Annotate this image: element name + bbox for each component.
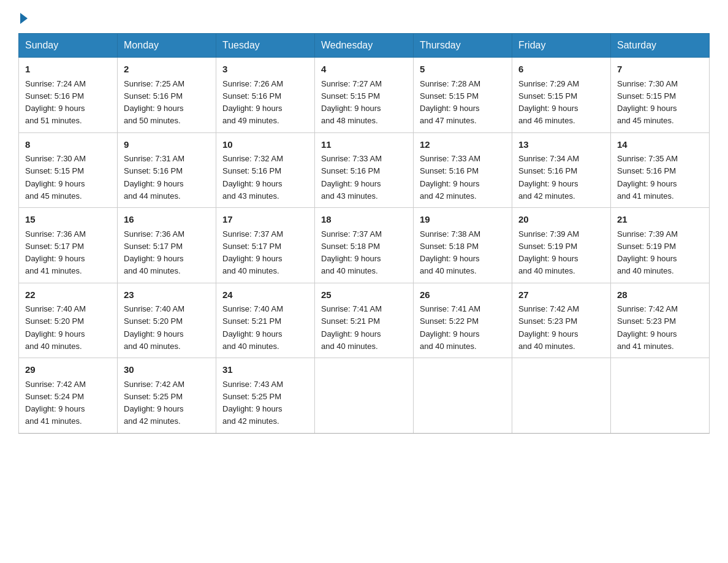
day-number: 13 <box>518 138 604 152</box>
table-row: 22 Sunrise: 7:40 AMSunset: 5:20 PMDaylig… <box>19 283 710 358</box>
day-number: 17 <box>222 213 308 227</box>
day-info: Sunrise: 7:39 AMSunset: 5:19 PMDaylight:… <box>518 229 579 276</box>
day-info: Sunrise: 7:39 AMSunset: 5:19 PMDaylight:… <box>617 229 678 276</box>
page-header <box>18 12 710 23</box>
calendar-cell: 14 Sunrise: 7:35 AMSunset: 5:16 PMDaylig… <box>611 132 710 208</box>
calendar-cell: 3 Sunrise: 7:26 AMSunset: 5:16 PMDayligh… <box>216 58 315 133</box>
calendar-cell: 21 Sunrise: 7:39 AMSunset: 5:19 PMDaylig… <box>611 208 710 283</box>
table-row: 1 Sunrise: 7:24 AMSunset: 5:16 PMDayligh… <box>19 58 710 133</box>
calendar-header-cell: Saturday <box>611 34 710 58</box>
calendar-cell: 13 Sunrise: 7:34 AMSunset: 5:16 PMDaylig… <box>512 132 611 208</box>
day-number: 15 <box>25 213 111 227</box>
calendar-cell: 1 Sunrise: 7:24 AMSunset: 5:16 PMDayligh… <box>19 58 118 133</box>
calendar-header-cell: Tuesday <box>216 34 315 58</box>
day-info: Sunrise: 7:29 AMSunset: 5:15 PMDaylight:… <box>518 79 579 126</box>
day-number: 29 <box>25 363 111 377</box>
day-info: Sunrise: 7:26 AMSunset: 5:16 PMDaylight:… <box>222 79 283 126</box>
day-number: 5 <box>420 63 506 77</box>
calendar-cell: 29 Sunrise: 7:42 AMSunset: 5:24 PMDaylig… <box>19 358 118 434</box>
day-info: Sunrise: 7:37 AMSunset: 5:18 PMDaylight:… <box>321 229 382 276</box>
day-info: Sunrise: 7:36 AMSunset: 5:17 PMDaylight:… <box>25 229 86 276</box>
calendar-header-cell: Wednesday <box>315 34 414 58</box>
day-number: 28 <box>617 288 703 302</box>
day-number: 7 <box>617 63 703 77</box>
calendar-cell: 26 Sunrise: 7:41 AMSunset: 5:22 PMDaylig… <box>414 283 512 358</box>
day-info: Sunrise: 7:43 AMSunset: 5:25 PMDaylight:… <box>222 380 283 426</box>
day-number: 18 <box>321 213 407 227</box>
day-number: 16 <box>124 213 210 227</box>
calendar-cell: 23 Sunrise: 7:40 AMSunset: 5:20 PMDaylig… <box>118 283 216 358</box>
calendar-cell: 5 Sunrise: 7:28 AMSunset: 5:15 PMDayligh… <box>414 58 512 133</box>
table-row: 8 Sunrise: 7:30 AMSunset: 5:15 PMDayligh… <box>19 132 710 208</box>
day-info: Sunrise: 7:42 AMSunset: 5:23 PMDaylight:… <box>518 304 579 351</box>
day-number: 31 <box>222 363 308 377</box>
calendar-cell <box>315 358 414 434</box>
day-number: 3 <box>222 63 308 77</box>
calendar-header-cell: Monday <box>118 34 216 58</box>
calendar-cell: 12 Sunrise: 7:33 AMSunset: 5:16 PMDaylig… <box>414 132 512 208</box>
calendar-cell: 9 Sunrise: 7:31 AMSunset: 5:16 PMDayligh… <box>118 132 216 208</box>
calendar-cell: 22 Sunrise: 7:40 AMSunset: 5:20 PMDaylig… <box>19 283 118 358</box>
table-row: 29 Sunrise: 7:42 AMSunset: 5:24 PMDaylig… <box>19 358 710 434</box>
calendar-cell: 18 Sunrise: 7:37 AMSunset: 5:18 PMDaylig… <box>315 208 414 283</box>
day-number: 23 <box>124 288 210 302</box>
day-info: Sunrise: 7:41 AMSunset: 5:22 PMDaylight:… <box>420 304 480 351</box>
day-info: Sunrise: 7:42 AMSunset: 5:23 PMDaylight:… <box>617 304 678 351</box>
calendar-cell: 11 Sunrise: 7:33 AMSunset: 5:16 PMDaylig… <box>315 132 414 208</box>
day-info: Sunrise: 7:30 AMSunset: 5:15 PMDaylight:… <box>617 79 678 126</box>
day-info: Sunrise: 7:37 AMSunset: 5:17 PMDaylight:… <box>222 229 283 276</box>
calendar-cell: 27 Sunrise: 7:42 AMSunset: 5:23 PMDaylig… <box>512 283 611 358</box>
calendar-cell: 20 Sunrise: 7:39 AMSunset: 5:19 PMDaylig… <box>512 208 611 283</box>
calendar-cell: 7 Sunrise: 7:30 AMSunset: 5:15 PMDayligh… <box>611 58 710 133</box>
calendar-table: SundayMondayTuesdayWednesdayThursdayFrid… <box>18 33 710 434</box>
calendar-header-cell: Friday <box>512 34 611 58</box>
day-number: 9 <box>124 138 210 152</box>
calendar-cell: 16 Sunrise: 7:36 AMSunset: 5:17 PMDaylig… <box>118 208 216 283</box>
calendar-cell <box>512 358 611 434</box>
calendar-cell: 31 Sunrise: 7:43 AMSunset: 5:25 PMDaylig… <box>216 358 315 434</box>
calendar-cell <box>414 358 512 434</box>
calendar-cell: 24 Sunrise: 7:40 AMSunset: 5:21 PMDaylig… <box>216 283 315 358</box>
day-info: Sunrise: 7:28 AMSunset: 5:15 PMDaylight:… <box>420 79 480 126</box>
logo-arrow-icon <box>20 13 28 24</box>
day-info: Sunrise: 7:24 AMSunset: 5:16 PMDaylight:… <box>25 79 86 126</box>
day-number: 10 <box>222 138 308 152</box>
calendar-cell: 28 Sunrise: 7:42 AMSunset: 5:23 PMDaylig… <box>611 283 710 358</box>
day-info: Sunrise: 7:36 AMSunset: 5:17 PMDaylight:… <box>124 229 184 276</box>
day-info: Sunrise: 7:42 AMSunset: 5:24 PMDaylight:… <box>25 380 86 426</box>
day-info: Sunrise: 7:42 AMSunset: 5:25 PMDaylight:… <box>124 380 184 426</box>
day-number: 24 <box>222 288 308 302</box>
calendar-cell: 2 Sunrise: 7:25 AMSunset: 5:16 PMDayligh… <box>118 58 216 133</box>
calendar-cell: 25 Sunrise: 7:41 AMSunset: 5:21 PMDaylig… <box>315 283 414 358</box>
day-number: 6 <box>518 63 604 77</box>
day-info: Sunrise: 7:38 AMSunset: 5:18 PMDaylight:… <box>420 229 480 276</box>
calendar-cell: 10 Sunrise: 7:32 AMSunset: 5:16 PMDaylig… <box>216 132 315 208</box>
calendar-body: 1 Sunrise: 7:24 AMSunset: 5:16 PMDayligh… <box>19 58 710 434</box>
day-info: Sunrise: 7:31 AMSunset: 5:16 PMDaylight:… <box>124 154 184 201</box>
day-number: 19 <box>420 213 506 227</box>
calendar-header-cell: Sunday <box>19 34 118 58</box>
day-info: Sunrise: 7:41 AMSunset: 5:21 PMDaylight:… <box>321 304 382 351</box>
day-number: 27 <box>518 288 604 302</box>
calendar-cell: 15 Sunrise: 7:36 AMSunset: 5:17 PMDaylig… <box>19 208 118 283</box>
day-number: 20 <box>518 213 604 227</box>
day-info: Sunrise: 7:40 AMSunset: 5:20 PMDaylight:… <box>25 304 86 351</box>
day-number: 2 <box>124 63 210 77</box>
table-row: 15 Sunrise: 7:36 AMSunset: 5:17 PMDaylig… <box>19 208 710 283</box>
calendar-header-cell: Thursday <box>414 34 512 58</box>
day-number: 11 <box>321 138 407 152</box>
calendar-header-row: SundayMondayTuesdayWednesdayThursdayFrid… <box>19 34 710 58</box>
calendar-cell: 30 Sunrise: 7:42 AMSunset: 5:25 PMDaylig… <box>118 358 216 434</box>
day-info: Sunrise: 7:33 AMSunset: 5:16 PMDaylight:… <box>321 154 382 201</box>
day-info: Sunrise: 7:35 AMSunset: 5:16 PMDaylight:… <box>617 154 678 201</box>
day-number: 1 <box>25 63 111 77</box>
day-number: 8 <box>25 138 111 152</box>
day-info: Sunrise: 7:27 AMSunset: 5:15 PMDaylight:… <box>321 79 382 126</box>
day-info: Sunrise: 7:32 AMSunset: 5:16 PMDaylight:… <box>222 154 283 201</box>
day-info: Sunrise: 7:40 AMSunset: 5:20 PMDaylight:… <box>124 304 184 351</box>
day-number: 26 <box>420 288 506 302</box>
day-number: 21 <box>617 213 703 227</box>
day-number: 4 <box>321 63 407 77</box>
calendar-cell: 19 Sunrise: 7:38 AMSunset: 5:18 PMDaylig… <box>414 208 512 283</box>
calendar-cell: 17 Sunrise: 7:37 AMSunset: 5:17 PMDaylig… <box>216 208 315 283</box>
